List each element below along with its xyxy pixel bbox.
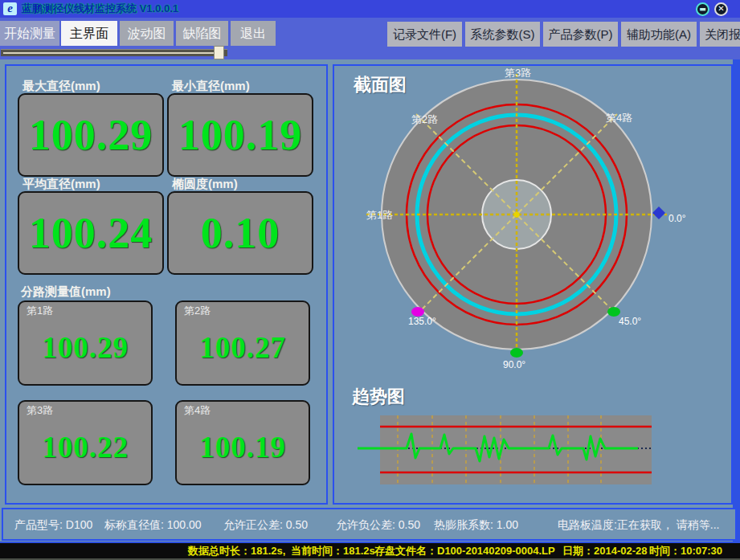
start-measure-button[interactable]: 开始测量 — [0, 21, 59, 46]
toolbar: 开始测量 主界面 波动图 缺陷图 退出 记录文件(F) 系统参数(S) 产品参数… — [0, 18, 740, 59]
menu-record-files[interactable]: 记录文件(F) — [387, 22, 462, 47]
min-diameter-display: 100.19 — [167, 93, 313, 177]
min-diameter-value: 100.19 — [169, 95, 312, 175]
exit-button[interactable]: 退出 — [231, 21, 276, 46]
section-path3-label: 第3路 — [505, 67, 531, 79]
board-temperature-label: 电路板温度: — [558, 518, 617, 531]
path1-display: 第1路 100.29 — [18, 300, 153, 386]
min-diameter-label: 最小直径(mm) — [172, 79, 250, 93]
product-model: 产品型号: D100 — [14, 518, 92, 531]
plus-tolerance: 允许正公差: 0.50 — [223, 518, 308, 531]
path2-label: 第2路 — [184, 305, 211, 317]
marker-0deg-icon — [652, 206, 665, 219]
thermal-coefficient-value: 1.00 — [497, 518, 518, 531]
trend-chart — [350, 410, 664, 490]
angle-90-label: 90.0° — [503, 359, 525, 370]
plus-tolerance-value: 0.50 — [286, 518, 308, 531]
readout-panel: 最大直径(mm) 最小直径(mm) 100.29 100.19 平均直径(mm)… — [5, 64, 328, 505]
thermal-coefficient-label: 热膨胀系数: — [434, 518, 493, 531]
path3-display: 第3路 100.22 — [18, 400, 153, 485]
path1-label: 第1路 — [27, 305, 53, 317]
center-dot — [514, 212, 520, 218]
menu-system-params[interactable]: 系统参数(S) — [465, 22, 540, 47]
save-file-name: 存盘文件名：D100-20140209-0004.LP — [374, 545, 555, 557]
total-data-time: 数据总时长：181.2s, — [188, 545, 285, 557]
max-diameter-value: 100.29 — [19, 95, 162, 175]
ovality-label: 椭圆度(mm) — [172, 177, 238, 191]
avg-diameter-value: 100.24 — [19, 193, 162, 273]
minus-tolerance: 允许负公差: 0.50 — [336, 518, 420, 531]
max-diameter-label: 最大直径(mm) — [22, 79, 100, 93]
scroll-slider-line — [3, 52, 214, 54]
minimize-button[interactable]: ▬ — [696, 2, 709, 16]
time-display: 时间：10:07:30 — [649, 545, 722, 557]
angle-135-label: 135.0° — [408, 316, 436, 327]
board-temperature-value: 正在获取， 请稍等... — [617, 518, 720, 531]
plus-tolerance-label: 允许正公差: — [223, 518, 283, 531]
time-info-bar: 数据总时长：181.2s, 当前时间：181.2s 存盘文件名：D100-201… — [0, 543, 740, 558]
graphics-panel: 截面图 0.0° 45.0° 90.0° 135.0° 第1路 第2路 第3路 … — [333, 64, 733, 505]
close-button[interactable]: ✕ — [714, 2, 728, 16]
nominal-diameter-label: 标称直径值: — [104, 518, 164, 531]
nominal-diameter-value: 100.00 — [167, 518, 202, 531]
cross-section-diagram: 0.0° 45.0° 90.0° 135.0° 第1路 第2路 第3路 第4路 — [334, 66, 731, 403]
avg-diameter-display: 100.24 — [18, 191, 164, 275]
product-model-label: 产品型号: — [14, 518, 63, 531]
title-bar: e 蓝鹏测径仪线材监控系统 V1.0.0.1 ▬ ✕ — [0, 0, 740, 18]
ovality-value: 0.10 — [169, 193, 312, 273]
menu-bar: 记录文件(F) 系统参数(S) 产品参数(P) 辅助功能(A) 关闭报警 — [387, 22, 740, 47]
tab-fluctuation-chart[interactable]: 波动图 — [120, 21, 174, 46]
paths-section-label: 分路测量值(mm) — [21, 284, 111, 299]
minus-tolerance-value: 0.50 — [399, 518, 420, 531]
window-title: 蓝鹏测径仪线材监控系统 V1.0.0.1 — [22, 2, 178, 15]
app-logo-icon: e — [3, 2, 17, 15]
board-temperature: 电路板温度:正在获取， 请稍等... — [558, 518, 719, 531]
path2-display: 第2路 100.27 — [175, 300, 310, 386]
menu-product-params[interactable]: 产品参数(P) — [543, 22, 618, 47]
section-path4-label: 第4路 — [606, 112, 632, 124]
current-time: 当前时间：181.2s — [291, 545, 375, 557]
product-model-value: D100 — [66, 518, 92, 531]
nominal-diameter: 标称直径值: 100.00 — [104, 518, 202, 531]
max-diameter-display: 100.29 — [18, 93, 164, 177]
path3-label: 第3路 — [27, 404, 53, 417]
menu-close-alarm[interactable]: 关闭报警 — [700, 22, 740, 47]
scroll-slider-handle[interactable] — [214, 46, 224, 59]
angle-45-label: 45.0° — [619, 316, 641, 327]
section-path1-label: 第1路 — [366, 209, 393, 221]
section-path2-label: 第2路 — [411, 113, 438, 125]
status-bar: 产品型号: D100 标称直径值: 100.00 允许正公差: 0.50 允许负… — [2, 508, 737, 541]
avg-diameter-label: 平均直径(mm) — [22, 177, 100, 191]
path4-label: 第4路 — [184, 404, 211, 417]
menu-aux-functions[interactable]: 辅助功能(A) — [621, 22, 697, 47]
marker-90deg-icon — [510, 348, 523, 358]
thermal-coefficient: 热膨胀系数: 1.00 — [434, 518, 518, 531]
ovality-display: 0.10 — [167, 191, 313, 275]
trend-view-title: 趋势图 — [352, 387, 405, 407]
path4-display: 第4路 100.19 — [175, 400, 310, 485]
minus-tolerance-label: 允许负公差: — [336, 518, 395, 531]
window-right-border — [733, 59, 740, 542]
tab-defect-chart[interactable]: 缺陷图 — [176, 21, 228, 46]
tab-main-view[interactable]: 主界面 — [61, 21, 117, 46]
angle-0-label: 0.0° — [668, 213, 686, 224]
date-display: 日期：2014-02-28 — [562, 545, 648, 557]
